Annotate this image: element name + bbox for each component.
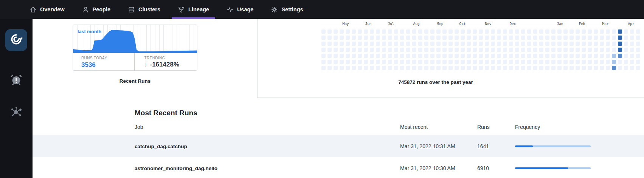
heatmap-cell[interactable] bbox=[521, 29, 525, 34]
heatmap-cell[interactable] bbox=[382, 66, 386, 70]
heatmap-cell[interactable] bbox=[600, 29, 604, 34]
heatmap-cell[interactable] bbox=[515, 42, 519, 46]
heatmap-cell[interactable] bbox=[612, 42, 616, 46]
heatmap-cell[interactable] bbox=[582, 54, 586, 58]
heatmap-cell[interactable] bbox=[509, 48, 513, 52]
heatmap-cell[interactable] bbox=[485, 54, 489, 58]
heatmap-cell[interactable] bbox=[497, 48, 501, 52]
heatmap-cell[interactable] bbox=[394, 60, 398, 64]
heatmap-cell[interactable] bbox=[636, 66, 640, 70]
heatmap-cell[interactable] bbox=[448, 42, 453, 46]
heatmap-cell[interactable] bbox=[485, 60, 489, 64]
heatmap-cell[interactable] bbox=[630, 42, 634, 46]
heatmap-cell[interactable] bbox=[473, 54, 477, 58]
heatmap-cell[interactable] bbox=[636, 54, 640, 58]
heatmap-cell[interactable] bbox=[327, 42, 332, 46]
heatmap-cell[interactable] bbox=[394, 36, 398, 40]
heatmap-cell[interactable] bbox=[624, 66, 628, 70]
heatmap-cell[interactable] bbox=[346, 48, 350, 52]
heatmap-cell[interactable] bbox=[400, 42, 404, 46]
heatmap-cell[interactable] bbox=[370, 29, 374, 34]
heatmap-cell[interactable] bbox=[521, 48, 525, 52]
heatmap-cell[interactable] bbox=[406, 60, 410, 64]
heatmap-cell[interactable] bbox=[448, 66, 453, 70]
heatmap-cell[interactable] bbox=[527, 36, 531, 40]
heatmap-cell[interactable] bbox=[382, 54, 386, 58]
heatmap-cell[interactable] bbox=[370, 42, 374, 46]
heatmap-cell[interactable] bbox=[346, 42, 350, 46]
heatmap-cell[interactable] bbox=[436, 36, 441, 40]
heatmap-cell[interactable] bbox=[424, 48, 428, 52]
heatmap-cell[interactable] bbox=[557, 29, 562, 34]
heatmap-cell[interactable] bbox=[340, 48, 344, 52]
heatmap-cell[interactable] bbox=[594, 36, 598, 40]
heatmap-cell[interactable] bbox=[630, 66, 634, 70]
heatmap-cell[interactable] bbox=[358, 66, 362, 70]
heatmap-cell[interactable] bbox=[612, 66, 616, 70]
heatmap-cell[interactable] bbox=[570, 29, 574, 34]
heatmap-cell[interactable] bbox=[388, 29, 392, 34]
heatmap-cell[interactable] bbox=[521, 42, 525, 46]
heatmap-cell[interactable] bbox=[418, 66, 422, 70]
heatmap-cell[interactable] bbox=[557, 42, 562, 46]
heatmap-cell[interactable] bbox=[467, 29, 471, 34]
heatmap-cell[interactable] bbox=[352, 48, 356, 52]
heatmap-cell[interactable] bbox=[406, 54, 410, 58]
heatmap-cell[interactable] bbox=[594, 60, 598, 64]
heatmap-cell[interactable] bbox=[370, 54, 374, 58]
heatmap-cell[interactable] bbox=[533, 60, 537, 64]
heatmap-cell[interactable] bbox=[376, 42, 380, 46]
heatmap-cell[interactable] bbox=[370, 48, 374, 52]
heatmap-cell[interactable] bbox=[551, 42, 556, 46]
heatmap-cell[interactable] bbox=[497, 60, 501, 64]
heatmap-cell[interactable] bbox=[618, 66, 622, 70]
heatmap-cell[interactable] bbox=[576, 29, 580, 34]
heatmap-cell[interactable] bbox=[509, 36, 513, 40]
heatmap-cell[interactable] bbox=[479, 66, 483, 70]
heatmap-cell[interactable] bbox=[455, 29, 459, 34]
heatmap-cell[interactable] bbox=[515, 29, 519, 34]
heatmap-cell[interactable] bbox=[624, 60, 628, 64]
heatmap-cell[interactable] bbox=[455, 60, 459, 64]
heatmap-cell[interactable] bbox=[461, 60, 465, 64]
heatmap-cell[interactable] bbox=[376, 29, 380, 34]
heatmap-cell[interactable] bbox=[321, 60, 326, 64]
heatmap-cell[interactable] bbox=[327, 54, 332, 58]
heatmap-cell[interactable] bbox=[576, 60, 580, 64]
heatmap-cell[interactable] bbox=[467, 48, 471, 52]
heatmap-cell[interactable] bbox=[588, 54, 592, 58]
heatmap-cell[interactable] bbox=[412, 60, 416, 64]
heatmap-cell[interactable] bbox=[515, 54, 519, 58]
heatmap-cell[interactable] bbox=[485, 36, 489, 40]
heatmap-cell[interactable] bbox=[594, 54, 598, 58]
heatmap-cell[interactable] bbox=[563, 60, 568, 64]
nav-item-clusters[interactable]: Clusters bbox=[128, 0, 160, 19]
heatmap-cell[interactable] bbox=[545, 54, 549, 58]
heatmap-cell[interactable] bbox=[442, 36, 447, 40]
heatmap-cell[interactable] bbox=[376, 60, 380, 64]
heatmap-cell[interactable] bbox=[606, 42, 610, 46]
heatmap-cell[interactable] bbox=[515, 36, 519, 40]
heatmap-cell[interactable] bbox=[424, 54, 428, 58]
heatmap-cell[interactable] bbox=[503, 29, 507, 34]
heatmap-cell[interactable] bbox=[600, 60, 604, 64]
heatmap-cell[interactable] bbox=[436, 54, 441, 58]
heatmap-cell[interactable] bbox=[503, 36, 507, 40]
heatmap-cell[interactable] bbox=[545, 66, 549, 70]
heatmap-cell[interactable] bbox=[539, 60, 543, 64]
heatmap-cell[interactable] bbox=[557, 54, 562, 58]
heatmap-cell[interactable] bbox=[461, 48, 465, 52]
heatmap-cell[interactable] bbox=[376, 36, 380, 40]
heatmap-cell[interactable] bbox=[533, 48, 537, 52]
heatmap-cell[interactable] bbox=[600, 42, 604, 46]
heatmap-cell[interactable] bbox=[618, 36, 622, 40]
heatmap-cell[interactable] bbox=[624, 48, 628, 52]
heatmap-cell[interactable] bbox=[563, 66, 568, 70]
heatmap-cell[interactable] bbox=[400, 60, 404, 64]
heatmap-cell[interactable] bbox=[418, 60, 422, 64]
heatmap-cell[interactable] bbox=[388, 60, 392, 64]
nav-item-settings[interactable]: Settings bbox=[271, 0, 303, 19]
heatmap-cell[interactable] bbox=[364, 48, 368, 52]
heatmap-cell[interactable] bbox=[606, 29, 610, 34]
heatmap-cell[interactable] bbox=[563, 54, 568, 58]
